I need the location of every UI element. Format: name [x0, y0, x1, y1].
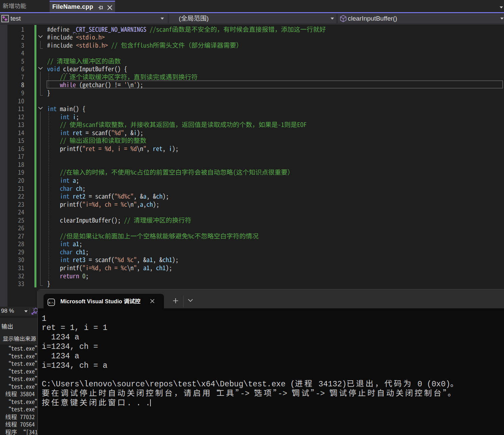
svg-text:C:\: C:\ [49, 301, 54, 304]
